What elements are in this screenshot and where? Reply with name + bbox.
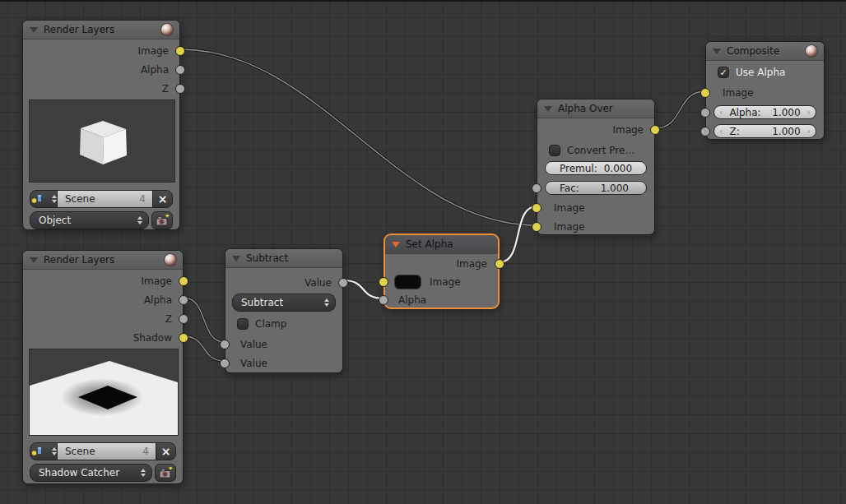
scene-name-field[interactable]: Scene 4 [58,442,156,460]
node-title: Subtract [246,252,336,264]
input-row-image2: Image [537,217,654,236]
z-number-field[interactable]: Z: 1.000 [714,124,816,138]
node-header[interactable]: Alpha Over [537,99,654,118]
render-layer-dropdown[interactable]: Object [30,211,149,229]
camera-icon [156,215,170,227]
scene-user-count: 4 [139,193,147,205]
node-render-layers-bottom[interactable]: Render Layers Image Alpha Z Shadow [22,250,184,484]
node-subtract[interactable]: Subtract Value Subtract Clamp Value Valu… [225,248,343,373]
collapse-icon[interactable] [544,106,552,112]
output-label: Alpha [144,294,172,306]
decrement-arrow-icon[interactable] [719,107,723,118]
clamp-checkbox[interactable] [237,318,249,330]
output-label: Image [612,124,644,136]
alpha-number-field[interactable]: Alpha: 1.000 [714,105,816,119]
node-composite[interactable]: Composite Use Alpha Image Alpha: 1.000 Z… [705,41,825,140]
socket-value-output[interactable] [338,278,348,288]
browse-arrows-icon [52,195,57,203]
socket-value1-input[interactable] [220,340,230,349]
socket-alpha-output[interactable] [179,295,188,305]
input-row-image: Image [706,84,824,102]
premul-value: 0.000 [604,163,632,174]
premul-slider[interactable]: Premul: 0.000 [545,161,647,175]
output-row-z: Z [23,79,179,98]
output-label: Alpha [141,64,169,76]
input-row-image1: Image [537,198,654,217]
render-camera-button[interactable] [151,211,173,229]
socket-image1-input[interactable] [532,203,542,213]
unlink-scene-button[interactable] [152,190,173,208]
socket-alpha-input[interactable] [379,295,388,305]
z-row: Z: 1.000 [706,124,824,138]
alpha-label: Alpha: [729,107,760,118]
node-header[interactable]: Render Layers [23,251,183,270]
scene-browse-button[interactable] [30,190,58,208]
dropdown-arrows-icon [137,216,142,224]
socket-alpha-output[interactable] [175,65,185,75]
node-title: Render Layers [44,24,156,35]
output-row-value: Value [225,273,342,292]
render-camera-button[interactable] [155,464,176,482]
material-sphere-icon [161,24,173,35]
input-label: Image [554,202,585,214]
decrement-arrow-icon[interactable] [719,126,723,136]
socket-shadow-output[interactable] [179,333,188,343]
layer-name: Shadow Catcher [39,467,119,479]
collapse-icon[interactable] [713,49,721,54]
socket-image-output[interactable] [175,46,185,56]
convert-premul-checkbox[interactable] [549,145,560,156]
output-row-image: Image [23,271,183,290]
socket-image2-input[interactable] [532,222,542,232]
convert-premul-label: Convert Pre… [567,145,634,156]
fac-slider[interactable]: Fac: 1.000 [545,181,647,195]
collapse-icon[interactable] [232,256,240,261]
node-title: Composite [727,45,800,57]
socket-value2-input[interactable] [220,358,230,368]
socket-z-output[interactable] [175,84,185,94]
alpha-row: Alpha: 1.000 [706,105,824,119]
scene-name: Scene [65,446,95,457]
socket-fac-input[interactable] [532,183,542,193]
socket-image-output[interactable] [495,259,504,269]
node-set-alpha[interactable]: Set Alpha Image Image Alpha [383,234,500,309]
socket-image-output[interactable] [650,125,660,135]
scene-selector-row: Scene 4 [30,442,176,460]
collapse-icon[interactable] [392,242,400,247]
node-header[interactable]: Set Alpha [385,235,498,254]
use-alpha-checkbox[interactable] [718,67,729,78]
node-header[interactable]: Subtract [225,249,342,268]
input-label: Alpha [398,294,426,306]
node-render-layers-top[interactable]: Render Layers Image Alpha Z [22,20,180,230]
output-label: Z [165,313,172,325]
scene-name-field[interactable]: Scene 4 [58,190,152,208]
output-row-alpha: Alpha [23,290,183,309]
scene-icon [30,446,43,457]
output-label: Image [456,258,487,270]
collapse-icon[interactable] [30,257,38,263]
socket-alpha-input[interactable] [700,108,710,118]
wire-subtract-to-setalpha [343,280,383,298]
input-label: Image [430,276,461,288]
increment-arrow-icon[interactable] [807,126,811,136]
node-editor-canvas[interactable]: Render Layers Image Alpha Z [0,0,846,504]
collapse-icon[interactable] [30,27,38,33]
operation-dropdown[interactable]: Subtract [232,294,336,312]
clamp-row: Clamp [237,317,336,331]
use-alpha-row: Use Alpha [718,66,817,79]
node-header[interactable]: Render Layers [23,21,179,39]
node-header[interactable]: Composite [706,42,824,61]
output-label: Image [141,275,172,287]
socket-image-input[interactable] [700,88,710,98]
socket-image-output[interactable] [179,276,188,286]
node-alpha-over[interactable]: Alpha Over Image Convert Pre… Premul: 0.… [537,99,655,235]
node-title: Alpha Over [558,103,648,114]
scene-browse-button[interactable] [30,442,58,460]
socket-z-input[interactable] [700,127,710,136]
unlink-scene-button[interactable] [156,442,176,460]
operation-row: Subtract [232,294,336,312]
socket-image-input[interactable] [379,277,388,287]
image-color-swatch[interactable] [394,275,421,289]
render-layer-dropdown[interactable]: Shadow Catcher [30,464,152,482]
increment-arrow-icon[interactable] [807,107,811,118]
socket-z-output[interactable] [179,314,188,324]
